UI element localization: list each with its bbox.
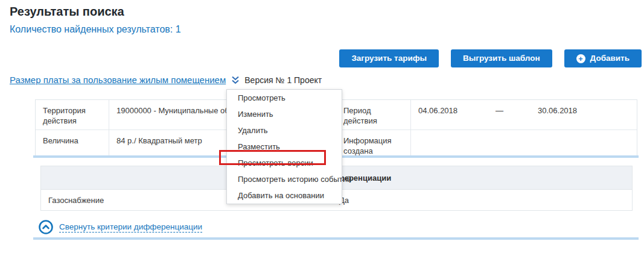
chevron-up-circle-icon[interactable] — [39, 220, 53, 234]
result-header: Размер платы за пользование жилым помеще… — [10, 75, 322, 85]
menu-item-delete[interactable]: Удалить — [227, 122, 342, 139]
details-value — [411, 130, 637, 155]
double-chevron-down-icon[interactable] — [231, 75, 240, 85]
period-start-date: 04.06.2018 — [418, 105, 496, 130]
add-button[interactable]: + Добавить — [564, 49, 642, 67]
criteria-value: Да — [334, 196, 632, 205]
menu-item-edit[interactable]: Изменить — [227, 106, 342, 122]
page-bottom-divider — [33, 237, 639, 240]
result-title-link[interactable]: Размер платы за пользование жилым помеще… — [10, 75, 226, 85]
page-title: Результаты поиска — [10, 5, 124, 19]
menu-item-view-history[interactable]: Просмотреть историю событий — [227, 171, 342, 187]
menu-item-view[interactable]: Просмотреть — [227, 90, 342, 106]
details-label: Территория действия — [36, 100, 109, 130]
add-button-label: Добавить — [590, 49, 630, 67]
export-template-label: Выгрузить шаблон — [463, 49, 540, 67]
highlight-annotation-box — [219, 150, 326, 165]
menu-item-add-based-on[interactable]: Добавить на основании — [227, 187, 342, 204]
export-template-button[interactable]: Выгрузить шаблон — [451, 49, 552, 67]
details-label: Величина — [36, 130, 109, 155]
plus-circle-icon: + — [576, 54, 585, 63]
search-results-page: Результаты поиска Количество найденных р… — [0, 0, 644, 253]
context-menu: Просмотреть Изменить Удалить Разместить … — [226, 89, 342, 204]
details-label: Период действия — [336, 100, 411, 130]
version-label: Версия № 1 Проект — [244, 75, 322, 85]
collapse-criteria-row: Свернуть критерии дифференциации — [39, 220, 202, 234]
period-end-date: 30.06.2018 — [538, 105, 577, 130]
period-dash: — — [496, 105, 538, 130]
collapse-criteria-link[interactable]: Свернуть критерии дифференциации — [59, 222, 202, 233]
load-tariffs-button[interactable]: Загрузить тарифы — [339, 49, 439, 67]
details-period-cell: 04.06.2018 — 30.06.2018 — [411, 100, 637, 130]
details-label: Информация создана — [336, 130, 411, 155]
toolbar: Загрузить тарифы Выгрузить шаблон + Доба… — [0, 49, 642, 67]
results-count: Количество найденных результатов: 1 — [10, 24, 181, 35]
load-tariffs-label: Загрузить тарифы — [351, 49, 427, 67]
